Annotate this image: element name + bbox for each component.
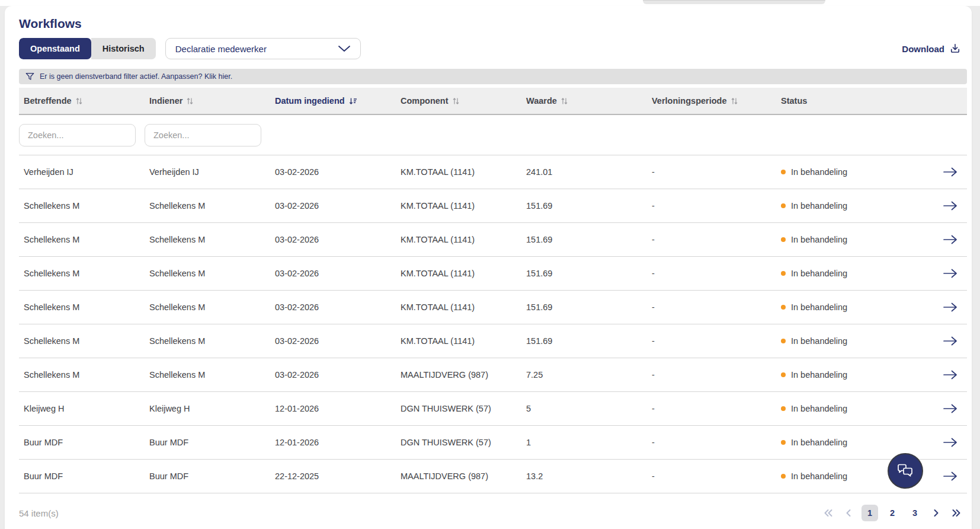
cell-datum-ingediend: 12-01-2026: [270, 438, 396, 447]
table-row[interactable]: Schellekens M Schellekens M 03-02-2026 K…: [19, 189, 967, 223]
download-button[interactable]: Download: [902, 43, 961, 55]
status-label: In behandeling: [791, 167, 847, 177]
top-scrolled-element-edge: [643, 0, 825, 4]
cell-indiener: Schellekens M: [145, 370, 270, 380]
column-header-indiener[interactable]: Indiener: [145, 96, 270, 106]
cell-status: In behandeling: [776, 269, 934, 278]
search-betreffende-input[interactable]: [19, 124, 136, 146]
table-search-row: [19, 115, 967, 155]
table-footer: 54 item(s) 1 2 3: [19, 493, 967, 529]
cell-component: KM.TOTAAL (1141): [396, 269, 521, 278]
cell-verloningsperiode: -: [647, 471, 776, 481]
tab-group: Openstaand Historisch: [19, 38, 156, 59]
cell-status: In behandeling: [776, 404, 934, 413]
row-open-arrow-button[interactable]: [934, 200, 967, 211]
cell-betreffende: Kleijweg H: [19, 404, 145, 413]
download-label: Download: [902, 44, 944, 54]
cell-verloningsperiode: -: [647, 302, 776, 312]
pagination-prev-icon[interactable]: [841, 506, 856, 520]
column-header-verloningsperiode[interactable]: Verloningsperiode: [647, 96, 776, 106]
cell-betreffende: Buur MDF: [19, 438, 145, 447]
cell-component: DGN THUISWERK (57): [396, 438, 521, 447]
cell-verloningsperiode: -: [647, 201, 776, 211]
cell-betreffende: Schellekens M: [19, 201, 145, 211]
status-dot-icon: [781, 305, 786, 310]
cell-verloningsperiode: -: [647, 167, 776, 177]
cell-betreffende: Schellekens M: [19, 269, 145, 278]
row-open-arrow-button[interactable]: [934, 336, 967, 346]
cell-status: In behandeling: [776, 302, 934, 312]
chat-widget-button[interactable]: [888, 453, 923, 489]
table-row[interactable]: Schellekens M Schellekens M 03-02-2026 M…: [19, 358, 967, 392]
pagination-last-icon[interactable]: [949, 506, 963, 520]
top-strip: [0, 0, 980, 6]
download-icon: [949, 43, 961, 55]
column-header-label: Betreffende: [24, 96, 72, 106]
row-open-arrow-button[interactable]: [934, 268, 967, 279]
column-header-datum-ingediend[interactable]: Datum ingediend: [270, 96, 396, 106]
status-label: In behandeling: [791, 235, 847, 244]
cell-betreffende: Schellekens M: [19, 302, 145, 312]
table-row[interactable]: Buur MDF Buur MDF 12-01-2026 DGN THUISWE…: [19, 426, 967, 460]
cell-waarde: 13.2: [521, 471, 647, 481]
column-header-waarde[interactable]: Waarde: [521, 96, 647, 106]
row-open-arrow-button[interactable]: [934, 437, 967, 448]
workflow-type-dropdown[interactable]: Declaratie medewerker: [165, 38, 361, 59]
cell-component: MAALTIJDVERG (987): [396, 370, 521, 380]
table-row[interactable]: Kleijweg H Kleijweg H 12-01-2026 DGN THU…: [19, 392, 967, 426]
cell-component: KM.TOTAAL (1141): [396, 336, 521, 346]
pagination-next-icon[interactable]: [929, 506, 943, 520]
row-open-arrow-button[interactable]: [934, 302, 967, 313]
cell-waarde: 7.25: [521, 370, 647, 380]
pagination-page-3[interactable]: 3: [907, 505, 923, 521]
sort-neutral-icon: [731, 97, 738, 105]
status-label: In behandeling: [791, 336, 847, 346]
cell-waarde: 151.69: [521, 201, 647, 211]
table-row[interactable]: Verheijden IJ Verheijden IJ 03-02-2026 K…: [19, 155, 967, 189]
row-open-arrow-button[interactable]: [934, 234, 967, 245]
controls-row: Openstaand Historisch Declaratie medewer…: [19, 38, 967, 59]
workflow-type-dropdown-value: Declaratie medewerker: [175, 44, 267, 54]
filter-notice-bar[interactable]: Er is geen dienstverband filter actief. …: [19, 69, 967, 84]
table-row[interactable]: Buur MDF Buur MDF 22-12-2025 MAALTIJDVER…: [19, 460, 967, 493]
status-dot-icon: [781, 474, 786, 479]
sort-neutral-icon: [453, 97, 459, 105]
status-dot-icon: [781, 440, 786, 445]
cell-betreffende: Verheijden IJ: [19, 167, 145, 177]
cell-verloningsperiode: -: [647, 370, 776, 380]
status-label: In behandeling: [791, 404, 847, 413]
column-header-label: Waarde: [526, 96, 557, 106]
filter-funnel-icon: [25, 72, 34, 81]
column-header-component[interactable]: Component: [396, 96, 521, 106]
tab-historisch[interactable]: Historisch: [91, 38, 156, 59]
cell-indiener: Schellekens M: [145, 336, 270, 346]
table-row[interactable]: Schellekens M Schellekens M 03-02-2026 K…: [19, 324, 967, 358]
pagination: 1 2 3: [821, 505, 967, 521]
row-open-arrow-button[interactable]: [934, 167, 967, 177]
table-row[interactable]: Schellekens M Schellekens M 03-02-2026 K…: [19, 223, 967, 257]
status-dot-icon: [781, 339, 786, 343]
cell-component: KM.TOTAAL (1141): [396, 302, 521, 312]
column-header-betreffende[interactable]: Betreffende: [19, 96, 145, 106]
pagination-first-icon[interactable]: [821, 506, 835, 520]
search-indiener-input[interactable]: [145, 124, 261, 146]
cell-indiener: Schellekens M: [145, 302, 270, 312]
pagination-page-1[interactable]: 1: [861, 505, 878, 521]
cell-verloningsperiode: -: [647, 269, 776, 278]
cell-betreffende: Buur MDF: [19, 471, 145, 481]
cell-waarde: 1: [521, 438, 647, 447]
row-open-arrow-button[interactable]: [934, 403, 967, 414]
table-row[interactable]: Schellekens M Schellekens M 03-02-2026 K…: [19, 257, 967, 291]
pagination-page-2[interactable]: 2: [884, 505, 901, 521]
cell-waarde: 151.69: [521, 336, 647, 346]
cell-component: KM.TOTAAL (1141): [396, 167, 521, 177]
table-row[interactable]: Schellekens M Schellekens M 03-02-2026 K…: [19, 291, 967, 324]
tab-openstaand-label: Openstaand: [30, 44, 80, 53]
cell-indiener: Buur MDF: [145, 438, 270, 447]
page-title: Workflows: [19, 17, 967, 31]
row-open-arrow-button[interactable]: [934, 369, 967, 380]
tab-openstaand[interactable]: Openstaand: [19, 38, 91, 59]
row-open-arrow-button[interactable]: [934, 471, 967, 482]
chevron-down-icon: [338, 45, 351, 52]
cell-component: KM.TOTAAL (1141): [396, 201, 521, 211]
